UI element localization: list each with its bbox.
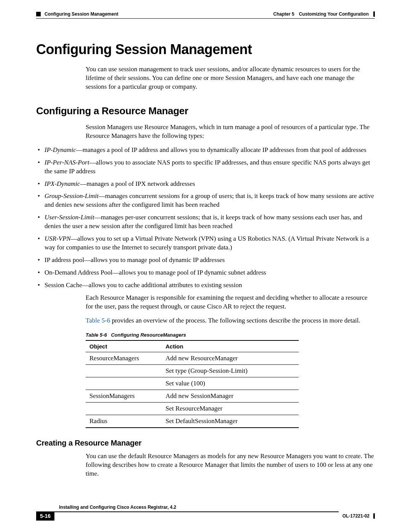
list-item: User-Session-Limit—manages per-user conc… xyxy=(36,213,375,231)
list-item: Session Cache—allows you to cache additi… xyxy=(36,281,375,290)
table-intro-rest: provides an overview of the process. The… xyxy=(110,317,360,324)
list-item: On-Demand Address Pool—allows you to man… xyxy=(36,268,375,277)
resource-responsibility-paragraph: Each Resource Manager is responsible for… xyxy=(86,294,375,311)
list-item: IP address pool—allows you to manage poo… xyxy=(36,256,375,265)
table-row: Set ResourceManager xyxy=(86,402,299,415)
list-item-term: IP-Dynamic xyxy=(45,146,76,153)
table-header-object: Object xyxy=(86,340,162,352)
cell-action: Add new SessionManager xyxy=(162,390,299,402)
cell-action: Set type (Group-Session-Limit) xyxy=(162,364,299,377)
table-intro-paragraph: Table 5-6 provides an overview of the pr… xyxy=(86,316,375,325)
cell-action: Set ResourceManager xyxy=(162,402,299,415)
cell-object xyxy=(86,402,162,415)
header-chapter-title: Customizing Your Configuration xyxy=(299,11,369,17)
list-item: IP-Dynamic—manages a pool of IP address … xyxy=(36,146,375,155)
header-chapter-label: Chapter 5 xyxy=(273,11,294,17)
list-item-text: On-Demand Address Pool—allows you to man… xyxy=(45,269,266,276)
list-item-term: IPX-Dynamic xyxy=(45,180,80,187)
footer-book-title: Installing and Configuring Cisco Access … xyxy=(36,505,375,511)
list-item-term: Group-Session-Limit xyxy=(45,192,99,200)
list-item-text: —manages a pool of IP address and allows… xyxy=(76,146,366,153)
list-item-text: —manages a pool of IPX network addresses xyxy=(80,180,195,187)
creating-paragraph: You can use the default Resource Manager… xyxy=(86,452,375,478)
list-item: IP-Per-NAS-Port—allows you to associate … xyxy=(36,158,375,176)
table-caption-title: Configuring ResourceManagers xyxy=(111,332,186,338)
cell-action: Set value (100) xyxy=(162,377,299,390)
header-square-icon xyxy=(36,12,41,16)
cell-object xyxy=(86,364,162,377)
table-row: Set type (Group-Session-Limit) xyxy=(86,364,299,377)
list-item: Group-Session-Limit—manages concurrent s… xyxy=(36,192,375,209)
cell-action: Set DefaultSessionManager xyxy=(162,415,299,428)
list-item-text: IP address pool—allows you to manage poo… xyxy=(45,256,225,264)
running-header: Configuring Session Management Chapter 5… xyxy=(36,11,375,17)
table-caption-label: Table 5-6 xyxy=(86,332,107,338)
table-row: RadiusSet DefaultSessionManager xyxy=(86,415,299,428)
list-item-term: IP-Per-NAS-Port xyxy=(45,159,89,166)
cell-action: Add new ResourceManager xyxy=(162,352,299,364)
page-title: Configuring Session Management xyxy=(36,42,375,58)
resource-type-list: IP-Dynamic—manages a pool of IP address … xyxy=(36,146,375,290)
cell-object xyxy=(86,377,162,390)
table-row: Set value (100) xyxy=(86,377,299,390)
list-item-text: —allows you to set up a Virtual Private … xyxy=(45,235,369,251)
cell-object: SessionManagers xyxy=(86,390,162,402)
header-section: Configuring Session Management xyxy=(45,11,118,17)
table-row: ResourceManagersAdd new ResourceManager xyxy=(86,352,299,364)
page-footer: Installing and Configuring Cisco Access … xyxy=(36,505,375,521)
table-header-action: Action xyxy=(162,340,299,352)
header-rule xyxy=(36,18,375,19)
list-item: IPX-Dynamic—manages a pool of IPX networ… xyxy=(36,180,375,189)
cell-object: ResourceManagers xyxy=(86,352,162,364)
footer-bar-icon xyxy=(373,513,375,519)
list-item-text: Session Cache—allows you to cache additi… xyxy=(45,281,242,289)
footer-doc-id: OL-17221-02 xyxy=(342,513,370,519)
resource-paragraph: Session Managers use Resource Managers, … xyxy=(86,123,375,141)
table-row: SessionManagersAdd new SessionManager xyxy=(86,390,299,402)
section-heading-resource-manager: Configuring a Resource Manager xyxy=(36,105,375,117)
config-table: Object Action ResourceManagersAdd new Re… xyxy=(86,340,299,428)
cell-object: Radius xyxy=(86,415,162,428)
subsection-heading-creating: Creating a Resource Manager xyxy=(36,439,375,447)
list-item-term: USR-VPN xyxy=(45,235,71,242)
table-reference-link[interactable]: Table 5-6 xyxy=(86,317,110,324)
header-bar-icon xyxy=(373,11,375,17)
list-item-text: —allows you to associate NAS ports to sp… xyxy=(45,159,370,175)
table-caption: Table 5-6 Configuring ResourceManagers xyxy=(86,332,375,338)
footer-rule xyxy=(54,511,339,521)
list-item-term: User-Session-Limit xyxy=(45,214,94,221)
page-number: 5-16 xyxy=(36,511,54,521)
list-item: USR-VPN—allows you to set up a Virtual P… xyxy=(36,235,375,252)
intro-paragraph: You can use session management to track … xyxy=(86,65,375,91)
